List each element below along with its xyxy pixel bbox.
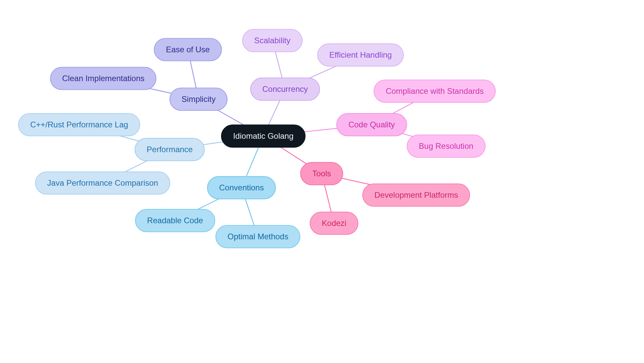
node-center[interactable]: Idiomatic Golang <box>221 125 306 148</box>
node-label: Scalability <box>254 36 290 45</box>
node-cpp-rust-lag[interactable]: C++/Rust Performance Lag <box>18 113 140 136</box>
node-scalability[interactable]: Scalability <box>242 29 303 52</box>
node-java-comparison[interactable]: Java Performance Comparison <box>35 172 170 195</box>
node-label: Ease of Use <box>166 45 210 54</box>
node-label: Tools <box>312 169 331 178</box>
node-simplicity[interactable]: Simplicity <box>169 88 227 111</box>
node-label: C++/Rust Performance Lag <box>30 120 128 129</box>
node-concurrency[interactable]: Concurrency <box>250 78 320 101</box>
node-optimal-methods[interactable]: Optimal Methods <box>215 225 300 248</box>
mindmap-canvas: { "center": { "label": "Idiomatic Golang… <box>0 0 644 363</box>
node-label: Concurrency <box>262 84 308 94</box>
node-tools[interactable]: Tools <box>300 162 343 185</box>
node-label: Development Platforms <box>374 190 458 199</box>
node-label: Efficient Handling <box>329 50 392 59</box>
node-readable-code[interactable]: Readable Code <box>135 209 215 232</box>
node-kodezi[interactable]: Kodezi <box>310 212 358 235</box>
node-performance[interactable]: Performance <box>135 138 205 161</box>
node-compliance[interactable]: Compliance with Standards <box>374 80 496 103</box>
node-label: Simplicity <box>181 95 215 104</box>
node-label: Bug Resolution <box>419 141 474 150</box>
node-label: Clean Implementations <box>62 74 144 83</box>
node-label: Compliance with Standards <box>386 86 484 96</box>
node-bug-resolution[interactable]: Bug Resolution <box>407 135 486 158</box>
node-efficient-handling[interactable]: Efficient Handling <box>317 44 404 67</box>
node-clean-implementations[interactable]: Clean Implementations <box>50 67 156 90</box>
node-ease-of-use[interactable]: Ease of Use <box>154 38 222 61</box>
node-label: Kodezi <box>322 219 346 228</box>
node-label: Java Performance Comparison <box>47 178 158 187</box>
node-code-quality[interactable]: Code Quality <box>336 113 407 136</box>
node-dev-platforms[interactable]: Development Platforms <box>362 184 470 207</box>
node-conventions[interactable]: Conventions <box>207 176 276 199</box>
node-label: Code Quality <box>348 120 395 129</box>
node-label: Readable Code <box>147 216 203 225</box>
node-label: Idiomatic Golang <box>233 131 293 140</box>
node-label: Performance <box>147 145 193 154</box>
node-label: Conventions <box>219 183 264 192</box>
node-label: Optimal Methods <box>227 232 288 241</box>
